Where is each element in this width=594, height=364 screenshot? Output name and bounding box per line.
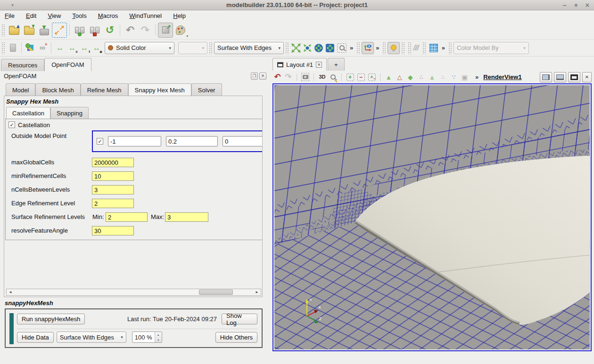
rescale-visible-range-button[interactable]: ↔◉ — [91, 42, 103, 54]
vcr-disabled-button[interactable] — [7, 42, 19, 54]
spin-down-icon[interactable]: ▼ — [155, 337, 162, 342]
tab-snappy-hex-mesh[interactable]: Snappy Hex Mesh — [128, 83, 191, 96]
minrefinementcells-input[interactable] — [92, 171, 134, 181]
float-panel-button[interactable]: ❐ — [251, 73, 258, 80]
rescale-temporal-range-button[interactable]: ↔t — [78, 42, 91, 54]
operation-representation-combo[interactable]: Surface With Edges▾ — [57, 332, 126, 343]
selection-toggle-button[interactable]: +− — [367, 72, 377, 82]
scroll-right-button[interactable]: ► — [253, 289, 261, 295]
select-cells-on-button[interactable]: ▲ — [384, 72, 394, 82]
hover-cells-button[interactable]: ▣ — [460, 72, 470, 82]
new-layout-tab[interactable]: + — [328, 58, 345, 71]
undo-button[interactable]: ↶ — [123, 23, 138, 38]
scroll-left-button[interactable]: ◄ — [7, 289, 14, 295]
reset-camera-closest-icon[interactable] — [313, 42, 324, 54]
dock-tab-resources[interactable]: Resources — [1, 59, 44, 71]
open-project-button[interactable]: ▲ — [7, 23, 22, 38]
save-data-button[interactable]: ▼ — [37, 23, 52, 38]
axes-visibility-toggle[interactable] — [362, 42, 374, 54]
run-snappyhexmesh-button[interactable]: Run snappyHexMesh — [17, 314, 85, 324]
color-model-by-combo[interactable]: Color Model By▾ — [454, 42, 529, 54]
dock-tab-openfoam[interactable]: OpenFOAM — [44, 58, 91, 71]
menu-help[interactable]: Help — [173, 12, 186, 19]
menu-windtunnel[interactable]: WindTunnel — [129, 12, 162, 19]
select-cells-through-button[interactable]: ◆ — [405, 72, 415, 82]
layout-tab[interactable]: Layout #1 ✕ — [272, 58, 327, 71]
maximize-button[interactable]: + — [574, 1, 578, 9]
zoom-closest-icon[interactable] — [302, 42, 313, 54]
toolbar-overflow-chevron[interactable]: » — [348, 44, 355, 51]
color-by-combo[interactable]: Solid Color▾ — [105, 42, 174, 54]
tab-solver[interactable]: Solver — [191, 83, 222, 96]
tab-snapping[interactable]: Snapping — [50, 107, 89, 119]
close-view-button[interactable]: ✕ — [582, 72, 592, 82]
menu-view[interactable]: View — [48, 12, 61, 19]
tab-model[interactable]: Model — [6, 83, 35, 96]
move-resize-button[interactable]: ↙↗ — [52, 23, 67, 38]
render-viewport[interactable]: Y X Z — [272, 83, 592, 351]
menu-edit[interactable]: Edit — [26, 12, 36, 19]
reset-camera-icon[interactable] — [324, 42, 336, 54]
unlink-button[interactable]: ∞✕ — [36, 42, 49, 54]
surface-refinement-min-input[interactable] — [106, 212, 148, 222]
tab-castellation[interactable]: Castellation — [6, 107, 50, 119]
surface-refinement-max-input[interactable] — [165, 212, 208, 222]
maxglobalcells-input[interactable] — [92, 158, 134, 167]
menu-macros[interactable]: Macros — [98, 12, 118, 19]
capture-screenshot-button[interactable] — [300, 72, 310, 82]
select-points-polygon-button[interactable]: ∴ — [438, 72, 448, 82]
camera-redo-button[interactable]: ↷ — [283, 72, 293, 82]
connect-server-button[interactable] — [72, 23, 87, 38]
castellation-checkbox[interactable]: ✓ — [8, 121, 15, 128]
light-toggle[interactable] — [388, 42, 400, 54]
toolbar-grip[interactable] — [1, 24, 5, 36]
split-vertical-button[interactable] — [554, 72, 566, 82]
tab-refine-mesh[interactable]: Refine Mesh — [81, 83, 128, 96]
outside-point-checkbox[interactable]: ✓ — [97, 138, 103, 145]
opacity-spinner[interactable]: 100 % ▲▼ — [132, 332, 162, 343]
close-layout-icon[interactable]: ✕ — [316, 62, 322, 68]
resolvefeatureangle-input[interactable] — [92, 226, 134, 235]
disconnect-server-button[interactable] — [87, 23, 102, 38]
close-button[interactable]: × — [586, 1, 589, 9]
ncellsbetweenlevels-input[interactable] — [92, 185, 134, 194]
export-scene-toggle[interactable]: ↗ — [158, 23, 173, 38]
close-panel-button[interactable]: ✕ — [259, 73, 266, 80]
toggle-2d3d-button[interactable]: 3D — [317, 72, 327, 82]
tab-block-mesh[interactable]: Block Mesh — [35, 83, 80, 96]
hide-data-button[interactable]: Hide Data — [17, 332, 54, 343]
hide-others-button[interactable]: Hide Others — [215, 332, 257, 343]
color-palette-button[interactable]: ▾ — [173, 23, 188, 38]
select-cells-polygon-button[interactable]: ▲ — [427, 72, 437, 82]
minimize-button[interactable]: – — [563, 1, 567, 9]
menu-tools[interactable]: Tools — [72, 12, 86, 19]
save-project-button[interactable]: ▼ — [22, 23, 37, 38]
interactive-select-points-button[interactable]: ∵ — [449, 72, 459, 82]
rescale-data-range-button[interactable]: ↔ — [54, 42, 66, 54]
zoom-to-box-button[interactable] — [336, 42, 348, 54]
selection-subtract-button[interactable]: − — [356, 72, 366, 82]
horizontal-scrollbar[interactable]: ◄ ► — [6, 289, 261, 296]
window-menu-icon[interactable]: ▾ — [11, 2, 14, 8]
redo-button[interactable]: ↷ — [138, 23, 153, 38]
interactive-zoom-button[interactable] — [328, 72, 338, 82]
scrollbar-thumb[interactable] — [199, 290, 233, 295]
select-points-on-button[interactable]: △ — [395, 72, 404, 82]
show-log-button[interactable]: Show Log — [222, 314, 257, 324]
camera-undo-button[interactable]: ↶ — [272, 72, 282, 82]
maximize-view-button[interactable] — [568, 72, 580, 82]
representation-combo[interactable]: Surface With Edges▾ — [214, 42, 284, 54]
edit-colormap-button[interactable] — [24, 42, 36, 54]
renderview-toolbar-overflow[interactable]: » — [473, 73, 480, 81]
spin-up-icon[interactable]: ▲ — [155, 332, 162, 337]
reset-session-button[interactable]: ↺ — [102, 23, 117, 38]
select-points-through-button[interactable]: ∴ — [416, 72, 426, 82]
component-combo[interactable]: ▾ — [178, 42, 207, 54]
selection-add-button[interactable]: + — [345, 72, 355, 82]
outside-point-x-input[interactable] — [108, 136, 161, 146]
zoom-extents-icon[interactable] — [290, 42, 302, 54]
menu-file[interactable]: File — [5, 12, 15, 19]
edge-refinement-input[interactable] — [92, 199, 134, 208]
rescale-custom-range-button[interactable]: ↔c — [66, 42, 78, 54]
block-explorer-button[interactable] — [428, 42, 440, 54]
